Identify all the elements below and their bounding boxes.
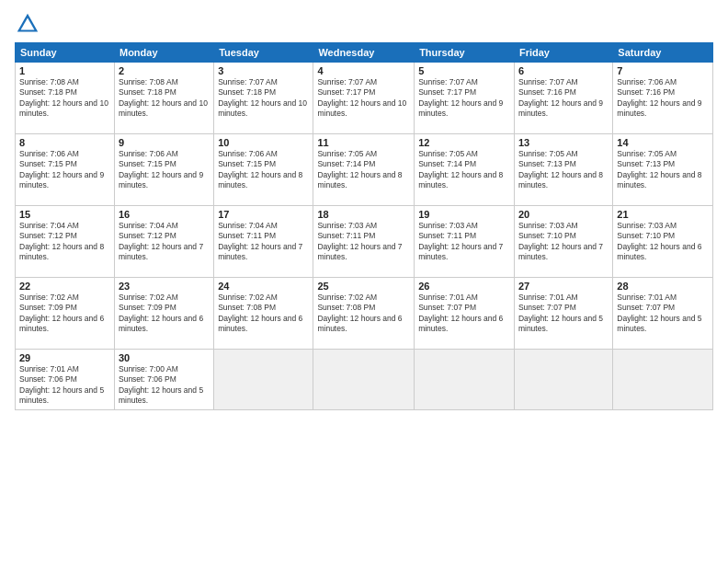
day-info: Sunrise: 7:07 AMSunset: 7:16 PMDaylight:… bbox=[518, 77, 609, 120]
day-number: 7 bbox=[617, 65, 709, 76]
day-number: 14 bbox=[617, 137, 709, 148]
day-info: Sunrise: 7:01 AMSunset: 7:07 PMDaylight:… bbox=[617, 293, 709, 335]
table-row: 13 Sunrise: 7:05 AMSunset: 7:13 PMDaylig… bbox=[514, 134, 612, 206]
col-friday: Friday bbox=[514, 43, 612, 63]
calendar-header-row: Sunday Monday Tuesday Wednesday Thursday… bbox=[16, 43, 713, 63]
day-number: 24 bbox=[218, 281, 309, 292]
day-number: 5 bbox=[418, 65, 510, 76]
table-row: 7 Sunrise: 7:06 AMSunset: 7:16 PMDayligh… bbox=[613, 63, 713, 134]
table-row: 20 Sunrise: 7:03 AMSunset: 7:10 PMDaylig… bbox=[514, 206, 612, 278]
day-info: Sunrise: 7:05 AMSunset: 7:13 PMDaylight:… bbox=[518, 149, 609, 191]
table-row: 19 Sunrise: 7:03 AMSunset: 7:11 PMDaylig… bbox=[415, 206, 515, 278]
col-saturday: Saturday bbox=[613, 43, 713, 63]
day-number: 2 bbox=[119, 65, 210, 76]
day-number: 15 bbox=[19, 209, 110, 220]
table-row: 5 Sunrise: 7:07 AMSunset: 7:17 PMDayligh… bbox=[415, 63, 515, 134]
day-info: Sunrise: 7:01 AMSunset: 7:07 PMDaylight:… bbox=[518, 293, 609, 335]
day-info: Sunrise: 7:02 AMSunset: 7:09 PMDaylight:… bbox=[19, 293, 110, 335]
table-row: 25 Sunrise: 7:02 AMSunset: 7:08 PMDaylig… bbox=[313, 278, 415, 350]
day-number: 20 bbox=[518, 209, 609, 220]
table-row: 12 Sunrise: 7:05 AMSunset: 7:14 PMDaylig… bbox=[415, 134, 515, 206]
table-row: 1 Sunrise: 7:08 AMSunset: 7:18 PMDayligh… bbox=[16, 63, 115, 134]
table-row: 10 Sunrise: 7:06 AMSunset: 7:15 PMDaylig… bbox=[214, 134, 313, 206]
table-row: 23 Sunrise: 7:02 AMSunset: 7:09 PMDaylig… bbox=[114, 278, 213, 350]
day-info: Sunrise: 7:04 AMSunset: 7:12 PMDaylight:… bbox=[119, 221, 210, 263]
table-row: 29 Sunrise: 7:01 AMSunset: 7:06 PMDaylig… bbox=[16, 350, 115, 410]
day-info: Sunrise: 7:07 AMSunset: 7:17 PMDaylight:… bbox=[317, 77, 410, 120]
table-row: 15 Sunrise: 7:04 AMSunset: 7:12 PMDaylig… bbox=[16, 206, 115, 278]
day-number: 21 bbox=[617, 209, 709, 220]
table-row bbox=[514, 350, 612, 410]
col-monday: Monday bbox=[114, 43, 213, 63]
day-info: Sunrise: 7:01 AMSunset: 7:06 PMDaylight:… bbox=[19, 364, 110, 407]
table-row: 14 Sunrise: 7:05 AMSunset: 7:13 PMDaylig… bbox=[613, 134, 713, 206]
day-info: Sunrise: 7:02 AMSunset: 7:08 PMDaylight:… bbox=[218, 293, 309, 335]
day-number: 27 bbox=[518, 281, 609, 292]
day-number: 13 bbox=[518, 137, 609, 148]
col-wednesday: Wednesday bbox=[313, 43, 415, 63]
logo-icon bbox=[15, 11, 40, 37]
day-info: Sunrise: 7:04 AMSunset: 7:12 PMDaylight:… bbox=[19, 221, 110, 263]
day-number: 23 bbox=[119, 281, 210, 292]
day-number: 4 bbox=[317, 65, 410, 76]
col-sunday: Sunday bbox=[16, 43, 115, 63]
day-number: 6 bbox=[518, 65, 609, 76]
day-info: Sunrise: 7:01 AMSunset: 7:07 PMDaylight:… bbox=[418, 293, 510, 335]
day-info: Sunrise: 7:08 AMSunset: 7:18 PMDaylight:… bbox=[119, 77, 210, 120]
day-number: 3 bbox=[218, 65, 309, 76]
day-number: 30 bbox=[119, 352, 210, 363]
day-number: 1 bbox=[19, 65, 110, 76]
table-row: 4 Sunrise: 7:07 AMSunset: 7:17 PMDayligh… bbox=[313, 63, 415, 134]
table-row: 6 Sunrise: 7:07 AMSunset: 7:16 PMDayligh… bbox=[514, 63, 612, 134]
day-info: Sunrise: 7:06 AMSunset: 7:15 PMDaylight:… bbox=[119, 149, 210, 191]
table-row: 16 Sunrise: 7:04 AMSunset: 7:12 PMDaylig… bbox=[114, 206, 213, 278]
day-number: 16 bbox=[119, 209, 210, 220]
header-area bbox=[15, 11, 713, 37]
day-number: 10 bbox=[218, 137, 309, 148]
calendar: Sunday Monday Tuesday Wednesday Thursday… bbox=[15, 42, 713, 410]
table-row: 2 Sunrise: 7:08 AMSunset: 7:18 PMDayligh… bbox=[114, 63, 213, 134]
day-number: 12 bbox=[418, 137, 510, 148]
table-row bbox=[613, 350, 713, 410]
day-info: Sunrise: 7:06 AMSunset: 7:15 PMDaylight:… bbox=[19, 149, 110, 191]
day-number: 18 bbox=[317, 209, 410, 220]
table-row bbox=[313, 350, 415, 410]
day-number: 29 bbox=[19, 352, 110, 363]
day-info: Sunrise: 7:02 AMSunset: 7:09 PMDaylight:… bbox=[119, 293, 210, 335]
table-row: 24 Sunrise: 7:02 AMSunset: 7:08 PMDaylig… bbox=[214, 278, 313, 350]
day-number: 26 bbox=[418, 281, 510, 292]
table-row: 17 Sunrise: 7:04 AMSunset: 7:11 PMDaylig… bbox=[214, 206, 313, 278]
table-row: 3 Sunrise: 7:07 AMSunset: 7:18 PMDayligh… bbox=[214, 63, 313, 134]
table-row: 28 Sunrise: 7:01 AMSunset: 7:07 PMDaylig… bbox=[613, 278, 713, 350]
day-info: Sunrise: 7:04 AMSunset: 7:11 PMDaylight:… bbox=[218, 221, 309, 263]
day-number: 9 bbox=[119, 137, 210, 148]
logo bbox=[15, 11, 44, 37]
table-row: 8 Sunrise: 7:06 AMSunset: 7:15 PMDayligh… bbox=[16, 134, 115, 206]
day-info: Sunrise: 7:03 AMSunset: 7:11 PMDaylight:… bbox=[418, 221, 510, 263]
table-row: 27 Sunrise: 7:01 AMSunset: 7:07 PMDaylig… bbox=[514, 278, 612, 350]
table-row: 21 Sunrise: 7:03 AMSunset: 7:10 PMDaylig… bbox=[613, 206, 713, 278]
day-number: 28 bbox=[617, 281, 709, 292]
day-info: Sunrise: 7:05 AMSunset: 7:14 PMDaylight:… bbox=[418, 149, 510, 191]
day-info: Sunrise: 7:07 AMSunset: 7:18 PMDaylight:… bbox=[218, 77, 309, 120]
day-info: Sunrise: 7:06 AMSunset: 7:16 PMDaylight:… bbox=[617, 77, 709, 120]
day-info: Sunrise: 7:05 AMSunset: 7:14 PMDaylight:… bbox=[317, 149, 410, 191]
table-row: 11 Sunrise: 7:05 AMSunset: 7:14 PMDaylig… bbox=[313, 134, 415, 206]
table-row: 9 Sunrise: 7:06 AMSunset: 7:15 PMDayligh… bbox=[114, 134, 213, 206]
day-info: Sunrise: 7:03 AMSunset: 7:10 PMDaylight:… bbox=[617, 221, 709, 263]
day-number: 25 bbox=[317, 281, 410, 292]
table-row: 18 Sunrise: 7:03 AMSunset: 7:11 PMDaylig… bbox=[313, 206, 415, 278]
table-row bbox=[415, 350, 515, 410]
day-info: Sunrise: 7:03 AMSunset: 7:11 PMDaylight:… bbox=[317, 221, 410, 263]
col-thursday: Thursday bbox=[415, 43, 515, 63]
page: Sunday Monday Tuesday Wednesday Thursday… bbox=[0, 0, 728, 563]
table-row: 22 Sunrise: 7:02 AMSunset: 7:09 PMDaylig… bbox=[16, 278, 115, 350]
day-number: 8 bbox=[19, 137, 110, 148]
day-info: Sunrise: 7:05 AMSunset: 7:13 PMDaylight:… bbox=[617, 149, 709, 191]
day-info: Sunrise: 7:02 AMSunset: 7:08 PMDaylight:… bbox=[317, 293, 410, 335]
table-row: 26 Sunrise: 7:01 AMSunset: 7:07 PMDaylig… bbox=[415, 278, 515, 350]
day-info: Sunrise: 7:06 AMSunset: 7:15 PMDaylight:… bbox=[218, 149, 309, 191]
day-number: 11 bbox=[317, 137, 410, 148]
day-number: 17 bbox=[218, 209, 309, 220]
day-number: 19 bbox=[418, 209, 510, 220]
